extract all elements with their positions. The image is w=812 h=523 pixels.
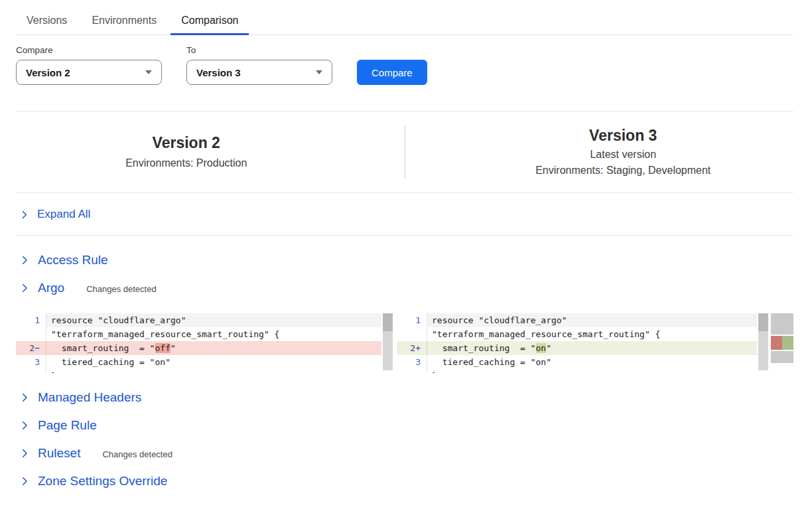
code-text: } [427, 369, 757, 373]
diff-left-code: 1 resource "cloudflare_argo" "terraform_… [16, 313, 381, 373]
section-ruleset[interactable]: Ruleset Changes detected [16, 439, 793, 467]
compare-controls: Compare Version 2 To Version 3 Compare [16, 45, 793, 85]
chevron-right-icon [19, 447, 31, 459]
chevron-right-icon [19, 282, 31, 294]
chevron-right-icon [19, 392, 31, 404]
line-number: 2− [16, 341, 46, 355]
section-label: Argo [38, 281, 64, 295]
line-number: 1 [16, 313, 46, 327]
to-version-value: Version 3 [196, 67, 241, 78]
expand-all-button[interactable]: Expand All [16, 193, 793, 235]
changes-detected-badge: Changes detected [86, 284, 157, 294]
version-left-environments: Environments: Production [16, 156, 357, 171]
section-access-rule[interactable]: Access Rule [16, 246, 793, 274]
section-zone-settings-override[interactable]: Zone Settings Override [16, 467, 793, 495]
diff-line: "terraform_managed_resource_smart_routin… [397, 327, 757, 341]
tab-versions[interactable]: Versions [16, 9, 78, 35]
chevron-right-icon [19, 419, 31, 431]
diff-line: } [16, 369, 381, 373]
section-label: Access Rule [38, 253, 108, 267]
version-left-header: Version 2 Environments: Production [16, 133, 405, 171]
line-number [397, 327, 427, 341]
diff-line: 3 tiered_caching = "on" [397, 355, 757, 369]
comparison-page: Versions Environments Comparison Compare… [0, 0, 812, 495]
minimap-added-marker [782, 336, 793, 350]
diff-line: 1 resource "cloudflare_argo" [16, 313, 381, 327]
code-text-post: " [170, 343, 176, 353]
version-left-title: Version 2 [16, 133, 357, 153]
scrollbar-thumb[interactable] [758, 313, 768, 331]
code-text: "terraform_managed_resource_smart_routin… [427, 327, 757, 341]
code-text: resource "cloudflare_argo" [427, 313, 757, 327]
chevron-right-icon [19, 475, 31, 487]
version-right-latest-label: Latest version [453, 147, 794, 163]
removed-word: off [155, 343, 170, 353]
compare-field: Compare Version 2 [16, 45, 162, 85]
scrollbar-thumb[interactable] [383, 313, 393, 331]
line-number: 1 [397, 313, 427, 327]
minimap-unchanged-block [771, 313, 793, 335]
code-text-pre: smart_routing = " [51, 343, 155, 353]
version-right-header: Version 3 Latest version Environments: S… [405, 126, 794, 178]
diff-line: "terraform_managed_resource_smart_routin… [16, 327, 381, 341]
diff-right-pane: 1 resource "cloudflare_argo" "terraform_… [397, 313, 768, 373]
line-number [16, 369, 46, 373]
section-page-rule[interactable]: Page Rule [16, 411, 793, 439]
code-text: } [46, 369, 381, 373]
chevron-down-icon [316, 70, 322, 74]
diff-right-scrollbar[interactable] [758, 313, 768, 370]
to-version-select[interactable]: Version 3 [186, 60, 332, 85]
argo-diff-viewer: 1 resource "cloudflare_argo" "terraform_… [16, 313, 793, 373]
code-text: "terraform_managed_resource_smart_routin… [46, 327, 381, 341]
section-label: Zone Settings Override [38, 474, 167, 488]
version-right-environments: Environments: Staging, Development [453, 163, 794, 179]
expand-all-label: Expand All [37, 208, 90, 221]
section-label: Ruleset [38, 446, 80, 461]
line-number: 3 [16, 355, 46, 369]
compare-version-value: Version 2 [26, 67, 70, 78]
code-text: tiered_caching = "on" [427, 355, 757, 369]
divider [16, 235, 793, 236]
added-word: on [536, 343, 547, 353]
line-number: 3 [397, 355, 427, 369]
diff-line-removed: 2− smart_routing = "off" [16, 341, 381, 355]
chevron-right-icon [19, 254, 31, 266]
code-text-post: " [546, 343, 551, 353]
diff-line: 3 tiered_caching = "on" [16, 355, 381, 369]
diff-overview-minimap [771, 313, 793, 364]
chevron-down-icon [145, 70, 152, 74]
diff-line: } [397, 369, 757, 373]
diff-line: 1 resource "cloudflare_argo" [397, 313, 757, 327]
diff-left-scrollbar[interactable] [383, 313, 393, 370]
code-text-pre: smart_routing = " [432, 343, 536, 353]
code-text: tiered_caching = "on" [46, 355, 381, 369]
changes-detected-badge: Changes detected [102, 449, 172, 459]
minimap-change-block [771, 336, 793, 350]
minimap-removed-marker [771, 336, 782, 350]
version-right-title: Version 3 [453, 126, 794, 146]
line-number [16, 327, 46, 341]
resource-sections: Access Rule Argo Changes detected 1 reso… [16, 246, 793, 495]
section-managed-headers[interactable]: Managed Headers [16, 384, 793, 411]
section-label: Page Rule [38, 418, 97, 433]
diff-right-code: 1 resource "cloudflare_argo" "terraform_… [397, 313, 757, 373]
diff-left-pane: 1 resource "cloudflare_argo" "terraform_… [16, 313, 393, 373]
line-number [397, 369, 427, 373]
minimap-unchanged-block [771, 351, 793, 363]
tab-environments[interactable]: Environments [81, 9, 167, 35]
compare-version-select[interactable]: Version 2 [16, 60, 162, 85]
compare-button[interactable]: Compare [357, 60, 427, 85]
section-label: Managed Headers [38, 390, 141, 405]
diff-line-added: 2+ smart_routing = "on" [397, 341, 757, 355]
code-text: smart_routing = "off" [46, 341, 381, 355]
chevron-right-icon [19, 209, 30, 220]
code-text: resource "cloudflare_argo" [46, 313, 381, 327]
tab-bar: Versions Environments Comparison [16, 0, 793, 35]
line-number: 2+ [397, 341, 427, 355]
version-headers: Version 2 Environments: Production Versi… [16, 112, 793, 192]
to-field: To Version 3 [186, 45, 332, 85]
compare-field-label: Compare [16, 45, 162, 55]
section-argo[interactable]: Argo Changes detected [16, 274, 793, 302]
to-field-label: To [186, 45, 332, 55]
tab-comparison[interactable]: Comparison [170, 9, 249, 35]
